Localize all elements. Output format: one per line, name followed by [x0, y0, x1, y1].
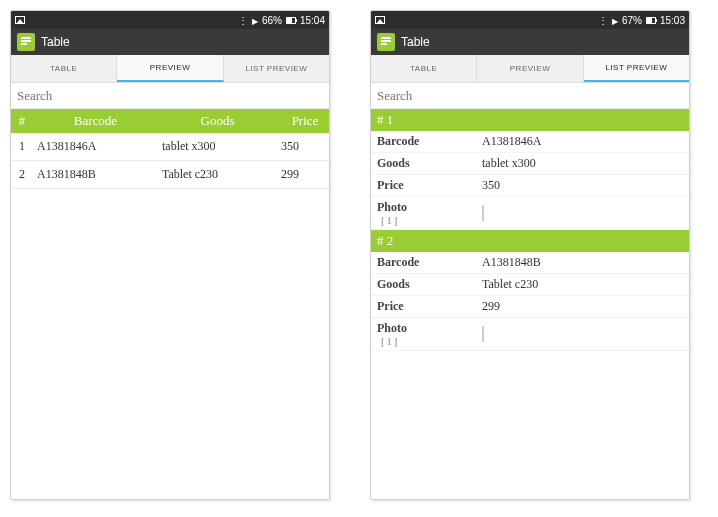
battery-icon — [646, 17, 656, 24]
search-input[interactable] — [17, 88, 323, 104]
col-price-header[interactable]: Price — [277, 109, 329, 133]
battery-pct: 67% — [622, 15, 642, 26]
tab-bar: TABLE PREVIEW LIST PREVIEW — [11, 55, 329, 83]
list-item[interactable]: Goods tablet x300 — [371, 153, 689, 175]
list-item[interactable]: Photo [ 1 ] — [371, 318, 689, 351]
col-idx-header[interactable]: # — [11, 109, 33, 133]
list-item[interactable]: Price 299 — [371, 296, 689, 318]
field-value: Tablet c230 — [482, 277, 538, 292]
table-row[interactable]: 1 A1381846A tablet x300 350 — [11, 133, 329, 161]
svg-rect-2 — [21, 43, 27, 45]
list-item[interactable]: Barcode A1381848B — [371, 252, 689, 274]
search-bar[interactable] — [371, 83, 689, 109]
svg-rect-0 — [21, 37, 31, 39]
data-table: # Barcode Goods Price 1 A1381846A tablet… — [11, 109, 329, 189]
content-table: # Barcode Goods Price 1 A1381846A tablet… — [11, 109, 329, 499]
tab-bar: TABLE PREVIEW LIST PREVIEW — [371, 55, 689, 83]
photo-count: [ 1 ] — [381, 336, 482, 347]
wifi-icon: ⋮ — [598, 15, 608, 26]
app-icon — [377, 33, 395, 51]
field-label: Goods — [377, 277, 482, 292]
table-row[interactable]: 2 A1381848B Tablet c230 299 — [11, 161, 329, 189]
cell-price: 350 — [277, 133, 329, 161]
cell-idx: 2 — [11, 161, 33, 189]
cell-goods: tablet x300 — [158, 133, 277, 161]
col-goods-header[interactable]: Goods — [158, 109, 277, 133]
app-title: Table — [401, 35, 430, 49]
field-label: Price — [377, 178, 482, 193]
field-value: 350 — [482, 178, 500, 193]
field-label: Photo [ 1 ] — [377, 321, 482, 347]
app-icon — [17, 33, 35, 51]
content-list: # 1 Barcode A1381846A Goods tablet x300 … — [371, 109, 689, 499]
tab-table[interactable]: TABLE — [371, 55, 477, 82]
app-bar: Table — [371, 29, 689, 55]
wifi-icon: ⋮ — [238, 15, 248, 26]
status-bar: ⋮ 67% 15:03 — [371, 11, 689, 29]
phone-preview: ⋮ 66% 15:04 Table TABLE PREVIEW LIST PRE… — [10, 10, 330, 500]
field-value: tablet x300 — [482, 156, 536, 171]
status-bar: ⋮ 66% 15:04 — [11, 11, 329, 29]
battery-icon — [286, 17, 296, 24]
svg-rect-3 — [381, 37, 391, 39]
app-bar: Table — [11, 29, 329, 55]
tab-preview[interactable]: PREVIEW — [477, 55, 583, 82]
field-value: A1381848B — [482, 255, 541, 270]
clock: 15:04 — [300, 15, 325, 26]
svg-rect-4 — [381, 40, 391, 42]
picture-icon — [15, 16, 25, 24]
photo-count: [ 1 ] — [381, 215, 482, 226]
svg-rect-1 — [21, 40, 31, 42]
tab-list-preview[interactable]: LIST PREVIEW — [224, 55, 329, 82]
record-header[interactable]: # 1 — [371, 109, 689, 131]
tab-list-preview[interactable]: LIST PREVIEW — [584, 55, 689, 82]
record-header[interactable]: # 2 — [371, 230, 689, 252]
tab-preview[interactable]: PREVIEW — [117, 55, 223, 82]
list-item[interactable]: Price 350 — [371, 175, 689, 197]
field-value: A1381846A — [482, 134, 541, 149]
col-barcode-header[interactable]: Barcode — [33, 109, 158, 133]
search-bar[interactable] — [11, 83, 329, 109]
list-item[interactable]: Goods Tablet c230 — [371, 274, 689, 296]
cell-idx: 1 — [11, 133, 33, 161]
svg-rect-5 — [381, 43, 387, 45]
field-value: 299 — [482, 299, 500, 314]
battery-pct: 66% — [262, 15, 282, 26]
cell-barcode: A1381846A — [33, 133, 158, 161]
signal-icon — [252, 15, 258, 26]
photo-thumb[interactable] — [482, 205, 484, 221]
app-title: Table — [41, 35, 70, 49]
field-label: Goods — [377, 156, 482, 171]
cell-price: 299 — [277, 161, 329, 189]
field-label: Photo [ 1 ] — [377, 200, 482, 226]
tab-table[interactable]: TABLE — [11, 55, 117, 82]
signal-icon — [612, 15, 618, 26]
field-label: Price — [377, 299, 482, 314]
field-label: Barcode — [377, 134, 482, 149]
phone-list-preview: ⋮ 67% 15:03 Table TABLE PREVIEW LIST PRE… — [370, 10, 690, 500]
cell-goods: Tablet c230 — [158, 161, 277, 189]
photo-thumb[interactable] — [482, 326, 484, 342]
field-label: Barcode — [377, 255, 482, 270]
search-input[interactable] — [377, 88, 683, 104]
list-item[interactable]: Barcode A1381846A — [371, 131, 689, 153]
clock: 15:03 — [660, 15, 685, 26]
picture-icon — [375, 16, 385, 24]
list-item[interactable]: Photo [ 1 ] — [371, 197, 689, 230]
cell-barcode: A1381848B — [33, 161, 158, 189]
